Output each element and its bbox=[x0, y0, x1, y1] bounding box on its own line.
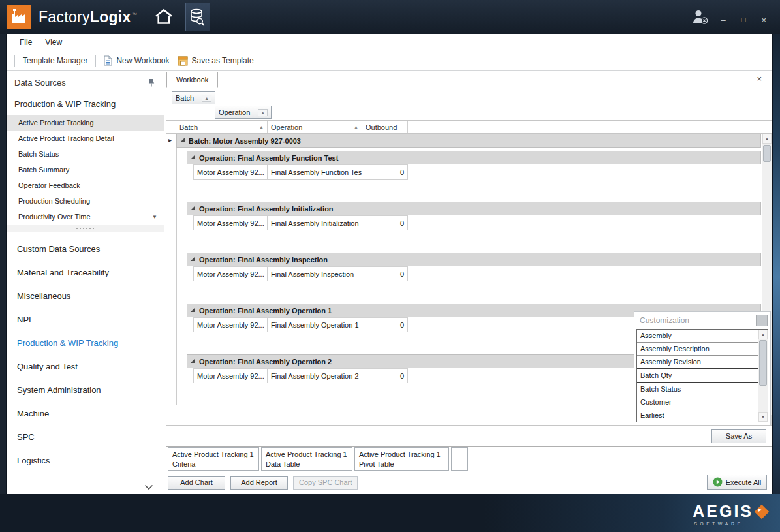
table-row[interactable]: Motor Assembly 92... Final Assembly Init… bbox=[193, 215, 772, 230]
column-header-batch[interactable]: Batch ▲ bbox=[176, 121, 268, 133]
group-expanded-icon[interactable] bbox=[191, 155, 195, 159]
category-machine[interactable]: Machine bbox=[7, 402, 164, 426]
sheet-tab-criteria[interactable]: Active Product Tracking 1 Criteria bbox=[168, 447, 259, 471]
customization-scrollbar[interactable]: ▲ ▼ bbox=[758, 330, 768, 422]
save-as-button[interactable]: Save As bbox=[711, 429, 766, 443]
cell-outbound[interactable]: 0 bbox=[362, 266, 408, 281]
scrollbar-thumb[interactable] bbox=[759, 340, 767, 386]
column-header-filler bbox=[408, 121, 772, 133]
menu-view[interactable]: View bbox=[39, 35, 69, 50]
category-system-administration[interactable]: System Administration bbox=[7, 379, 164, 402]
sidebar-item-batch-summary[interactable]: Batch Summary bbox=[7, 162, 164, 178]
category-production-wip-tracking[interactable]: Production & WIP Tracking bbox=[7, 332, 164, 355]
sort-asc-icon[interactable]: ▲ bbox=[258, 109, 268, 116]
category-quality-and-test[interactable]: Quality and Test bbox=[7, 355, 164, 379]
category-logistics[interactable]: Logistics bbox=[7, 449, 164, 473]
group-expanded-icon[interactable] bbox=[191, 257, 195, 261]
table-row[interactable]: Motor Assembly 92... Final Assembly Func… bbox=[193, 164, 772, 180]
sidebar-section-production-wip[interactable]: Production & WIP Tracking bbox=[7, 93, 164, 115]
sheet-tabstrip: Active Product Tracking 1 Criteria Activ… bbox=[166, 447, 772, 471]
group-row-batch[interactable]: Batch: Motor Assembly 927-0003 bbox=[176, 134, 761, 148]
sort-asc-icon[interactable]: ▲ bbox=[202, 95, 211, 102]
scroll-up-icon[interactable]: ▲ bbox=[758, 330, 768, 339]
customization-field[interactable]: Earliest bbox=[637, 409, 758, 422]
add-report-button[interactable]: Add Report bbox=[230, 476, 288, 490]
cell-outbound[interactable]: 0 bbox=[362, 164, 408, 180]
titlebar: FactoryLogix™ – □ × bbox=[0, 0, 780, 34]
save-as-template-button[interactable]: Save as Template bbox=[174, 54, 258, 68]
group-row-operation[interactable]: Operation: Final Assembly Function Test bbox=[187, 151, 761, 164]
sidebar-item-active-product-tracking[interactable]: Active Product Tracking bbox=[7, 115, 164, 131]
minimize-button[interactable]: – bbox=[718, 14, 729, 25]
customization-close-button[interactable] bbox=[756, 315, 768, 326]
column-header-operation[interactable]: Operation ▲ bbox=[268, 121, 362, 133]
cell-batch[interactable]: Motor Assembly 92... bbox=[193, 215, 268, 230]
cell-batch[interactable]: Motor Assembly 92... bbox=[193, 164, 268, 180]
sidebar-scroll-handle[interactable] bbox=[7, 225, 164, 232]
maximize-button[interactable]: □ bbox=[738, 15, 749, 25]
group-field-batch[interactable]: Batch ▲ bbox=[172, 91, 215, 104]
sidebar-collapse-chevron-icon[interactable] bbox=[144, 484, 153, 490]
user-logout-button[interactable] bbox=[691, 9, 709, 25]
tab-workbook[interactable]: Workbook bbox=[166, 72, 218, 88]
scroll-up-icon[interactable]: ▲ bbox=[762, 134, 772, 144]
home-icon bbox=[154, 8, 174, 25]
cell-operation[interactable]: Final Assembly Initialization bbox=[268, 215, 362, 230]
cell-operation[interactable]: Final Assembly Function Test bbox=[268, 164, 362, 180]
category-custom-data-sources[interactable]: Custom Data Sources bbox=[7, 238, 164, 261]
sidebar-item-production-scheduling[interactable]: Production Scheduling bbox=[7, 193, 164, 209]
new-workbook-button[interactable]: New Workbook bbox=[100, 54, 173, 68]
sidebar-item-active-product-tracking-detail[interactable]: Active Product Tracking Detail bbox=[7, 131, 164, 146]
sheet-tab-stub[interactable] bbox=[451, 447, 468, 471]
toolbar-separator bbox=[95, 55, 96, 67]
group-expanded-icon[interactable] bbox=[191, 206, 195, 210]
chevron-down-icon[interactable]: ▼ bbox=[152, 214, 157, 220]
workbook-close-icon[interactable]: × bbox=[754, 73, 764, 84]
category-npi[interactable]: NPI bbox=[7, 308, 164, 332]
group-expanded-icon[interactable] bbox=[180, 138, 185, 142]
sheet-tab-data-table[interactable]: Active Product Tracking 1 Data Table bbox=[261, 447, 352, 471]
cell-operation[interactable]: Final Assembly Operation 2 bbox=[268, 368, 362, 383]
menu-file[interactable]: File bbox=[13, 35, 39, 50]
group-expanded-icon[interactable] bbox=[191, 358, 195, 363]
column-header-outbound[interactable]: Outbound bbox=[362, 121, 408, 133]
pin-icon[interactable] bbox=[148, 78, 155, 87]
cell-outbound[interactable]: 0 bbox=[362, 215, 408, 230]
customization-field[interactable]: Batch Status bbox=[637, 383, 758, 396]
cell-batch[interactable]: Motor Assembly 92... bbox=[193, 368, 268, 383]
main-window: File View Template Manager New Workbook … bbox=[7, 34, 772, 494]
data-explorer-button[interactable] bbox=[185, 3, 210, 31]
cell-outbound[interactable]: 0 bbox=[362, 368, 408, 383]
add-chart-button[interactable]: Add Chart bbox=[168, 476, 225, 490]
category-miscellaneous[interactable]: Miscellaneous bbox=[7, 285, 164, 308]
category-material-and-traceability[interactable]: Material and Traceability bbox=[7, 261, 164, 285]
toolbar-separator bbox=[14, 55, 15, 67]
cell-operation[interactable]: Final Assembly Inspection bbox=[268, 266, 362, 281]
category-spc[interactable]: SPC bbox=[7, 426, 164, 449]
customization-field[interactable]: Assembly bbox=[637, 330, 758, 343]
execute-all-button[interactable]: Execute All bbox=[707, 475, 767, 490]
sidebar-item-productivity-over-time[interactable]: Productivity Over Time ▼ bbox=[7, 209, 164, 225]
customization-field[interactable]: Assembly Revision bbox=[637, 356, 758, 369]
scrollbar-thumb[interactable] bbox=[763, 145, 771, 162]
grid-header-row: Batch ▲ Operation ▲ Outbound bbox=[166, 120, 772, 134]
customization-field[interactable]: Customer bbox=[637, 396, 758, 409]
customization-field[interactable]: Assembly Description bbox=[637, 343, 758, 356]
scroll-down-icon[interactable]: ▼ bbox=[758, 412, 768, 422]
group-expanded-icon[interactable] bbox=[191, 307, 195, 312]
group-row-operation[interactable]: Operation: Final Assembly Initialization bbox=[187, 202, 761, 215]
template-manager-button[interactable]: Template Manager bbox=[19, 54, 91, 67]
cell-batch[interactable]: Motor Assembly 92... bbox=[193, 317, 268, 332]
home-button[interactable] bbox=[154, 8, 174, 25]
customization-field[interactable]: Batch Qty bbox=[637, 369, 758, 383]
group-row-operation[interactable]: Operation: Final Assembly Inspection bbox=[187, 253, 761, 266]
close-button[interactable]: × bbox=[758, 14, 770, 25]
table-row[interactable]: Motor Assembly 92... Final Assembly Insp… bbox=[193, 266, 772, 281]
sidebar-item-operator-feedback[interactable]: Operator Feedback bbox=[7, 178, 164, 193]
cell-outbound[interactable]: 0 bbox=[362, 317, 408, 332]
sidebar-item-batch-status[interactable]: Batch Status bbox=[7, 146, 164, 162]
sheet-tab-pivot-table[interactable]: Active Product Tracking 1 Pivot Table bbox=[354, 447, 449, 471]
group-field-operation[interactable]: Operation ▲ bbox=[215, 106, 272, 119]
cell-operation[interactable]: Final Assembly Operation 1 bbox=[268, 317, 362, 332]
cell-batch[interactable]: Motor Assembly 92... bbox=[193, 266, 268, 281]
